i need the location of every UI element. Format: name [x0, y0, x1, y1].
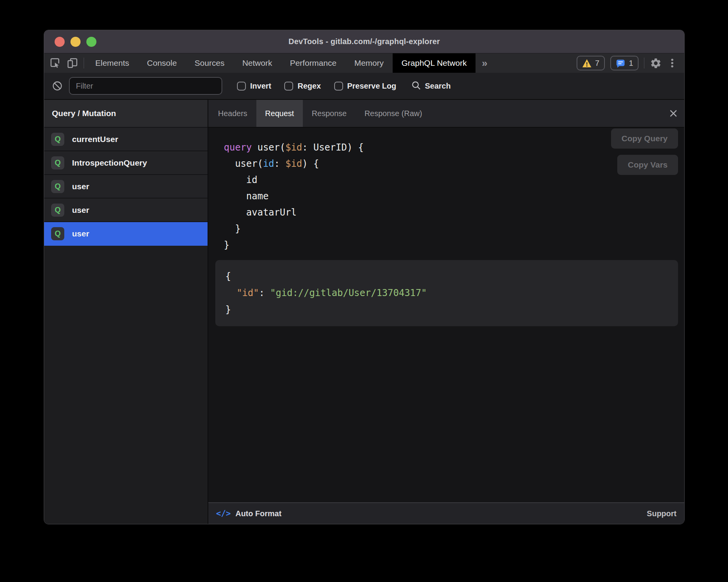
detail-tab-list: HeadersRequestResponseResponse (Raw)	[209, 100, 431, 127]
support-link[interactable]: Support	[647, 509, 676, 518]
checkbox-icon[interactable]	[334, 82, 343, 91]
checkbox-regex[interactable]: Regex	[284, 82, 321, 91]
device-toolbar-icon[interactable]	[67, 57, 78, 69]
tab-elements[interactable]: Elements	[86, 53, 138, 73]
sidebar-header: Query / Mutation	[44, 100, 208, 128]
query-type-badge: Q	[51, 227, 64, 240]
query-list: QcurrentUserQIntrospectionQueryQuserQuse…	[44, 128, 208, 524]
query-type-badge: Q	[51, 204, 64, 217]
detail-footer: </> Auto Format Support	[208, 502, 684, 524]
query-type-badge: Q	[51, 156, 64, 169]
chat-bubble-icon	[616, 58, 625, 68]
query-list-item-user-3[interactable]: Quser	[44, 199, 208, 222]
detail-panel: HeadersRequestResponseResponse (Raw) Cop…	[208, 100, 684, 524]
query-name: user	[72, 205, 89, 215]
code-line: }	[224, 221, 684, 237]
code-line: avatarUrl	[224, 204, 684, 221]
minimize-window-button[interactable]	[70, 37, 81, 47]
query-name: user	[72, 229, 89, 238]
checkbox-label: Invert	[250, 82, 271, 91]
detail-tab-request[interactable]: Request	[256, 100, 303, 127]
detail-tabbar: HeadersRequestResponseResponse (Raw)	[208, 100, 684, 128]
zoom-window-button[interactable]	[86, 37, 96, 47]
titlebar[interactable]: DevTools - gitlab.com/-/graphql-explorer	[44, 30, 684, 53]
query-list-item-user-4[interactable]: Quser	[44, 222, 208, 246]
console-messages-badge[interactable]: 1	[610, 56, 639, 70]
traffic-lights	[55, 30, 96, 53]
query-list-item-user-2[interactable]: Quser	[44, 175, 208, 199]
tab-memory[interactable]: Memory	[345, 53, 393, 73]
clear-filter-icon[interactable]	[52, 80, 63, 91]
detail-tab-headers[interactable]: Headers	[209, 100, 256, 127]
code-line: {	[225, 268, 668, 285]
request-view: Copy Query Copy Vars query user($id: Use…	[208, 128, 684, 502]
checkbox-icon[interactable]	[284, 82, 293, 91]
close-icon[interactable]	[669, 100, 678, 127]
code-line: }	[224, 237, 684, 253]
devtools-window: DevTools - gitlab.com/-/graphql-explorer	[44, 30, 685, 524]
query-variables-box: { "id": "gid://gitlab/User/13704317"}	[215, 260, 678, 326]
toolbar-divider	[644, 58, 644, 68]
tab-sources[interactable]: Sources	[186, 53, 234, 73]
auto-format-button[interactable]: Auto Format	[235, 509, 282, 518]
warning-count: 7	[595, 59, 599, 68]
code-line: name	[224, 188, 684, 204]
query-sidebar: Query / Mutation QcurrentUserQIntrospect…	[44, 100, 208, 524]
window-title: DevTools - gitlab.com/-/graphql-explorer	[288, 37, 440, 46]
query-list-item-currentuser-0[interactable]: QcurrentUser	[44, 128, 208, 151]
filter-input[interactable]	[69, 77, 222, 95]
checkbox-icon[interactable]	[237, 82, 246, 91]
code-brackets-icon: </>	[216, 509, 231, 518]
detail-tab-response[interactable]: Response	[303, 100, 355, 127]
checkbox-label: Regex	[297, 82, 321, 91]
search-control[interactable]: Search	[411, 80, 451, 92]
query-type-badge: Q	[51, 133, 64, 146]
more-tabs-button[interactable]: »	[476, 53, 493, 73]
query-name: IntrospectionQuery	[72, 158, 147, 168]
main-tab-list: ElementsConsoleSourcesNetworkPerformance…	[86, 53, 476, 73]
search-icon	[411, 80, 421, 92]
main-toolbar: ElementsConsoleSourcesNetworkPerformance…	[44, 53, 684, 73]
message-count: 1	[629, 59, 633, 68]
inspect-element-icon[interactable]	[50, 57, 61, 69]
tab-performance[interactable]: Performance	[281, 53, 345, 73]
tab-network[interactable]: Network	[234, 53, 281, 73]
content-area: Query / Mutation QcurrentUserQIntrospect…	[44, 100, 684, 524]
toolbar-icons	[44, 53, 84, 73]
checkbox-preserve-log[interactable]: Preserve Log	[334, 82, 397, 91]
copy-vars-button[interactable]: Copy Vars	[617, 155, 678, 175]
tab-console[interactable]: Console	[138, 53, 186, 73]
issues-warning-badge[interactable]: 7	[577, 56, 605, 70]
copy-query-button[interactable]: Copy Query	[611, 128, 678, 149]
kebab-menu-icon[interactable]	[667, 57, 677, 69]
search-label: Search	[425, 82, 451, 91]
desktop-background: DevTools - gitlab.com/-/graphql-explorer	[0, 0, 728, 582]
close-window-button[interactable]	[55, 37, 65, 47]
detail-tab-response-raw[interactable]: Response (Raw)	[355, 100, 431, 127]
checkbox-invert[interactable]: Invert	[237, 82, 271, 91]
query-name: currentUser	[72, 135, 118, 144]
copy-buttons: Copy Query Copy Vars	[611, 128, 678, 175]
settings-gear-icon[interactable]	[650, 57, 662, 69]
filter-options: InvertRegexPreserve Log	[237, 82, 396, 91]
toolbar-right-controls: 7 1	[577, 53, 684, 73]
code-line: }	[225, 301, 668, 318]
toolbar-divider	[84, 58, 84, 68]
query-name: user	[72, 182, 89, 191]
code-line: "id": "gid://gitlab/User/13704317"	[225, 285, 668, 301]
filter-toolbar: InvertRegexPreserve Log Search	[44, 73, 684, 100]
query-type-badge: Q	[51, 180, 64, 193]
checkbox-label: Preserve Log	[347, 82, 397, 91]
tab-graphql-network[interactable]: GraphQL Network	[393, 53, 476, 73]
query-list-item-introspectionquery-1[interactable]: QIntrospectionQuery	[44, 151, 208, 175]
warning-triangle-icon	[582, 59, 592, 68]
